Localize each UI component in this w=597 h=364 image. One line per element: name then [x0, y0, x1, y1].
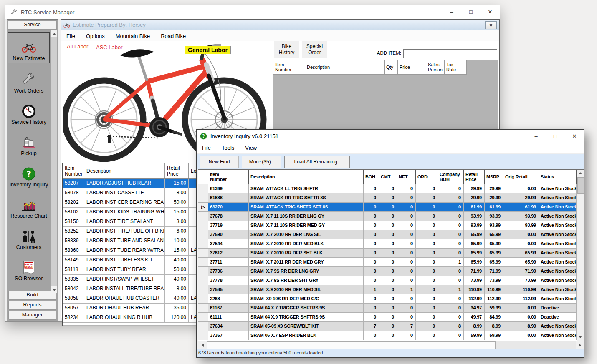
menu-item-tools[interactable]: Tools [216, 145, 240, 151]
row-selector-cell[interactable] [198, 239, 208, 249]
vertical-scroll-thumb[interactable] [577, 177, 584, 194]
inventory-table-row[interactable]: 37719SRAM X.7 11 10S RR DER MED GY000009… [198, 221, 577, 230]
row-selector-cell[interactable] [198, 285, 208, 294]
row-selector-cell[interactable] [198, 313, 208, 322]
row-selector-cell[interactable] [198, 322, 208, 331]
row-selector-cell[interactable] [198, 294, 208, 304]
inventory-table-row[interactable]: 37711SRAM X.7 2011 RR DER MED GRY0000165… [198, 258, 577, 267]
order-column-header[interactable]: Price [398, 60, 426, 75]
sidebar-item-resource-chart[interactable]: Resource Chart [8, 189, 49, 221]
row-selector-cell[interactable] [198, 184, 208, 193]
inventory-table-row[interactable]: 61888SRAM ATTACK RR TRIG SHFTR 8S0000029… [198, 193, 577, 203]
scroll-up-arrow[interactable] [577, 170, 584, 177]
build-button[interactable]: Build [8, 291, 56, 300]
sidebar-item-inventory-inquiry[interactable]: ?Inventory Inquiry [8, 158, 49, 189]
inventory-maximize-button[interactable]: □ [546, 130, 565, 143]
load-all-remaining--button[interactable]: Load All Remaining.. [284, 156, 350, 168]
reports-button[interactable]: Reports [8, 301, 56, 310]
inventory-table-row[interactable]: 37778SRAM X.7 9S RR DER SHT GRY0000073.9… [198, 276, 577, 285]
labor-column-header[interactable]: Description [84, 163, 165, 178]
inventory-table-row[interactable]: 37736SRAM X.7 9S RR DER LNG GRY0000071.9… [198, 267, 577, 276]
row-selector-cell[interactable]: ▷ [198, 203, 208, 212]
general-labor-label[interactable]: General Labor [185, 46, 231, 54]
labor-column-header[interactable]: Retail Price [165, 163, 189, 178]
add-item-input[interactable] [403, 49, 497, 58]
inventory-column-header[interactable]: Status [539, 170, 577, 184]
maximize-button[interactable]: □ [461, 5, 481, 18]
inventory-table-row[interactable]: 61369SRAM ATTACK LL TRIG SHFTR0000029.99… [198, 184, 577, 193]
sidebar-item-new-estimate[interactable]: New Estimate [8, 32, 50, 63]
order-column-header[interactable]: Tax Rate [445, 60, 467, 75]
sidebar-item-customers[interactable]: Customers [8, 221, 49, 252]
inventory-column-header[interactable]: Company BOH [438, 170, 464, 184]
scroll-down-arrow[interactable] [577, 334, 584, 341]
inventory-table-row[interactable]: 61111SRAM 04 X.9 TRIGGER SHFTRS 9S000004… [198, 313, 577, 322]
estimate-close-button[interactable]: ✕ [485, 21, 497, 29]
row-selector-cell[interactable] [198, 230, 208, 239]
more-35--button[interactable]: More (35).. [242, 156, 281, 168]
inventory-column-header[interactable]: CMT [379, 170, 397, 184]
row-selector-cell[interactable] [198, 193, 208, 203]
menu-item-file[interactable]: File [197, 145, 216, 151]
inventory-table-row[interactable]: ▷63270SRAM ATTACK TRIG SHFTR SET 8S00000… [198, 203, 577, 212]
inventory-column-header[interactable]: Item Number [208, 170, 249, 184]
manager-button[interactable]: Manager [8, 311, 56, 320]
row-selector-cell[interactable] [198, 304, 208, 313]
sidebar-item-service-history[interactable]: Service History [8, 95, 49, 127]
inventory-table-row[interactable]: 2268SRAM X9 10S RR DER MED C/G00000112.9… [198, 294, 577, 304]
inventory-table-row[interactable]: 37585SRAM X.9 2010 RR DER MED SIL1010111… [198, 285, 577, 294]
inventory-column-header[interactable] [198, 170, 208, 184]
scroll-right-arrow[interactable] [576, 341, 584, 349]
main-titlebar[interactable]: RTC Service Manager – □ ✕ [5, 5, 500, 19]
scroll-up-arrow[interactable] [51, 30, 57, 37]
inventory-column-header[interactable]: MSRP [485, 170, 503, 184]
row-selector-cell[interactable] [198, 212, 208, 221]
inventory-table-row[interactable]: 37357SRAM 06 X.7 ESP RR DER BLK0000059.9… [198, 331, 577, 340]
row-selector-cell[interactable] [198, 267, 208, 276]
sidebar-item-so-browser[interactable]: SPECIALORDERSO Browser [8, 252, 49, 283]
row-selector-cell[interactable] [198, 249, 208, 258]
bike-history-button[interactable]: Bike History [274, 41, 299, 58]
order-column-header[interactable]: Description [305, 60, 385, 75]
inventory-table-row[interactable]: 37612SRAM X.7 2010 RR DER SHT BLK0000065… [198, 249, 577, 258]
inventory-table-row[interactable]: 37590SRAM X.7 2010 RR DER LNG SIL0000065… [198, 230, 577, 239]
order-column-header[interactable]: Qty [385, 60, 398, 75]
menu-item-file[interactable]: File [61, 33, 81, 39]
inventory-close-button[interactable]: ✕ [565, 130, 584, 143]
sidebar-item-work-orders[interactable]: Work Orders [8, 64, 49, 95]
close-button[interactable]: ✕ [481, 5, 500, 18]
menu-item-road-bike[interactable]: Road Bike [155, 33, 191, 39]
sidebar-tab-service[interactable]: Service [8, 20, 57, 30]
sidebar-item-pickup[interactable]: Pickup [8, 127, 49, 158]
inventory-table-row[interactable]: 61167SRAM 04 X.7 TRIGGER SHFTRS 9S000003… [198, 304, 577, 313]
row-selector-cell[interactable] [198, 221, 208, 230]
inventory-table-row[interactable]: 37544SRAM X.7 2010 RR DER MED BLK0000065… [198, 239, 577, 249]
scroll-left-arrow[interactable] [198, 341, 207, 349]
inventory-table-row[interactable]: 37634SRAM 05-09 X9 SCREW/BLT KIT707088.9… [198, 322, 577, 331]
inventory-column-header[interactable]: NET [397, 170, 416, 184]
inventory-column-header[interactable]: Retail Price [464, 170, 485, 184]
labor-column-header[interactable]: Item Number [63, 163, 84, 178]
inventory-vertical-scrollbar[interactable] [577, 170, 584, 341]
row-selector-cell[interactable] [198, 331, 208, 340]
inventory-titlebar[interactable]: ? Inventory Inquiry v6.0.21151 – □ ✕ [197, 130, 584, 142]
menu-item-mountain-bike[interactable]: Mountain Bike [110, 33, 155, 39]
inventory-column-header[interactable]: Description [249, 170, 364, 184]
new-find-button[interactable]: New Find [200, 156, 238, 168]
inventory-cell: 0 [397, 331, 416, 340]
sidebar-scrollbar[interactable] [51, 30, 57, 293]
inventory-column-header[interactable]: ORD [416, 170, 438, 184]
inventory-minimize-button[interactable]: – [526, 130, 546, 143]
row-selector-cell[interactable] [198, 258, 208, 267]
menu-item-options[interactable]: Options [81, 33, 110, 39]
inventory-column-header[interactable]: Orig Retail [503, 170, 539, 184]
inventory-table-row[interactable]: 37678SRAM X.7 11 10S RR DER LNG GY000009… [198, 212, 577, 221]
inventory-column-header[interactable]: BOH [364, 170, 379, 184]
minimize-button[interactable]: – [442, 5, 461, 18]
estimate-titlebar[interactable]: Estimate Prepared By: Hersey ✕ [61, 20, 499, 30]
order-column-header[interactable]: Sales Person [426, 60, 445, 75]
order-column-header[interactable]: Item Number [273, 60, 305, 75]
row-selector-cell[interactable] [198, 276, 208, 285]
special-order-button[interactable]: Special Order [302, 41, 327, 58]
menu-item-view[interactable]: View [240, 145, 262, 151]
